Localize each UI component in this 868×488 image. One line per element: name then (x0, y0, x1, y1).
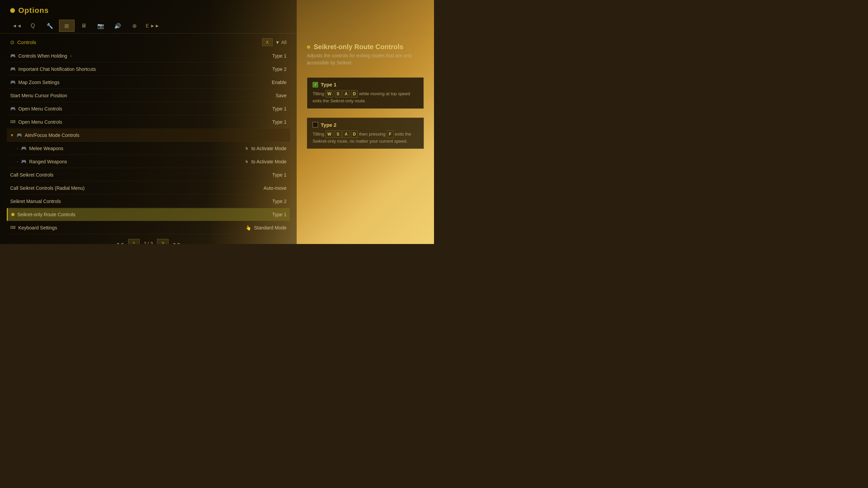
setting-value-call-seikret-radial: Auto-move (263, 185, 287, 191)
filter-clear-button[interactable]: X (262, 38, 273, 46)
setting-aim-focus-section[interactable]: ▼ 🎮 Aim/Focus Mode Controls (7, 129, 290, 142)
key-a2: A (342, 130, 350, 138)
gamepad-icon-4: 🎮 (10, 106, 16, 111)
page-current-text: 2 / 3 (144, 241, 153, 244)
tab-settings4-icon: 📷 (97, 23, 104, 29)
desc-subtitle: Adjusts the controls for exiting routes … (307, 52, 424, 66)
type2-card[interactable]: Type 2 Tilting W S A D then pressing F e… (307, 118, 424, 149)
setting-open-menu-2[interactable]: ⌨ Open Menu Controls Type 1 (7, 116, 290, 128)
setting-open-menu-1[interactable]: 🎮 Open Menu Controls Type 1 (7, 102, 290, 115)
tab-nav-next[interactable]: E ►► (144, 22, 162, 29)
key-w: W (326, 90, 333, 98)
tab-settings4[interactable]: 📷 (93, 20, 108, 32)
tab-bar: ◄◄ Q 🔧 ⊞ 🖥 📷 🔊 ⊕ E ►► (0, 18, 434, 34)
filter-label: All (281, 40, 287, 45)
gamepad-icon-2: 🎮 (10, 66, 16, 72)
setting-seikret-manual[interactable]: Seikret Manual Controls Type 2 (7, 195, 290, 208)
setting-value-melee: 🖱 to Activate Mode (245, 146, 287, 151)
setting-value-seikret-route: Type 1 (272, 212, 287, 217)
controls-label: ⊙ Controls (10, 39, 36, 45)
setting-value-chat: Type 2 (272, 66, 287, 72)
setting-melee-weapons[interactable]: ◦ 🎮 Melee Weapons 🖱 to Activate Mode (7, 142, 290, 155)
page-next-nav[interactable]: ►► (173, 241, 181, 244)
page-1-button[interactable]: 1 (128, 239, 140, 244)
type2-name: Type 2 (321, 122, 336, 128)
setting-value-ranged: 🖱 to Activate Mode (245, 159, 287, 164)
controls-icon: ⊙ (10, 39, 15, 45)
options-dot (10, 8, 15, 13)
setting-value-call-seikret: Type 1 (272, 172, 287, 178)
tab-nav-prev[interactable]: ◄◄ (10, 22, 24, 29)
setting-name-seikret-route: Seikret-only Route Controls (11, 212, 75, 217)
main-container: Options ◄◄ Q 🔧 ⊞ 🖥 📷 🔊 ⊕ E ►► (0, 0, 434, 244)
key-s2: S (335, 130, 341, 138)
desc-title: Seikret-only Route Controls (307, 43, 424, 51)
setting-value-keyboard: 👆 Standard Mode (245, 225, 287, 230)
setting-call-seikret-radial[interactable]: Call Seikret Controls (Radial Menu) Auto… (7, 182, 290, 195)
settings-list: 🎮 Controls When Holding ○ Type 1 🎮 Impor… (7, 49, 290, 234)
tab-controls[interactable]: ⊞ (59, 20, 75, 32)
type1-checkbox[interactable] (313, 82, 318, 87)
controls-header: ⊙ Controls X ▼ All (7, 36, 290, 48)
tab-audio-icon: 🔊 (114, 23, 121, 29)
setting-name-ranged: ◦ 🎮 Ranged Weapons (10, 159, 67, 164)
gamepad-icon-3: 🎮 (10, 80, 16, 85)
content-area: ⊙ Controls X ▼ All 🎮 Controls (0, 36, 434, 244)
key-w2: W (326, 130, 333, 138)
description-panel: Seikret-only Route Controls Adjusts the … (297, 36, 434, 244)
setting-name-keyboard: ⌨ Keyboard Settings (10, 225, 57, 230)
tab-target[interactable]: ⊕ (127, 20, 142, 32)
setting-controls-holding[interactable]: 🎮 Controls When Holding ○ Type 1 (7, 49, 290, 62)
gamepad-icon-7: 🎮 (21, 159, 26, 164)
setting-value-controls-holding: Type 1 (272, 53, 287, 59)
tab-controls-icon: ⊞ (64, 23, 69, 29)
filter-area: X ▼ All (262, 38, 287, 46)
filter-funnel-icon: ▼ (275, 40, 280, 45)
type2-checkbox[interactable] (313, 122, 318, 127)
ranged-sub-icon: 🖱 (245, 160, 249, 164)
setting-value-seikret-manual: Type 2 (272, 199, 287, 204)
setting-seikret-route[interactable]: Seikret-only Route Controls Type 1 (7, 208, 290, 221)
setting-name-controls-holding: 🎮 Controls When Holding ○ (10, 53, 72, 59)
setting-call-seikret[interactable]: Call Seikret Controls Type 1 (7, 168, 290, 181)
setting-name-seikret-manual: Seikret Manual Controls (10, 199, 61, 204)
pagination: ◄◄ 1 2 / 3 3 ►► (7, 234, 290, 244)
tab-wrench[interactable]: 🔧 (42, 20, 58, 32)
setting-value-start-menu: Save (276, 93, 287, 98)
type2-header: Type 2 (313, 122, 418, 128)
type1-name: Type 1 (321, 82, 336, 87)
gamepad-icon-1: 🎮 (10, 53, 16, 58)
setting-name-map-zoom: 🎮 Map Zoom Settings (10, 80, 59, 85)
key-d2: D (351, 130, 358, 138)
active-bullet (11, 213, 15, 216)
key-f: F (387, 130, 394, 138)
controls-text: Controls (17, 39, 36, 45)
options-title: Options (18, 6, 49, 15)
header: Options (0, 0, 434, 18)
holding-indicator: ○ (70, 54, 72, 58)
tab-q[interactable]: Q (25, 20, 41, 32)
setting-chat-shortcuts[interactable]: 🎮 Important Chat Notification Shortcuts … (7, 63, 290, 76)
setting-map-zoom[interactable]: 🎮 Map Zoom Settings Enable (7, 76, 290, 89)
type2-description: Tilting W S A D then pressing F exits th… (313, 130, 418, 145)
setting-start-menu-cursor[interactable]: Start Menu Cursor Position Save (7, 89, 290, 102)
tab-wrench-icon: 🔧 (46, 23, 53, 29)
page-prev-nav[interactable]: ◄◄ (115, 241, 124, 244)
key-d: D (351, 90, 358, 98)
setting-keyboard-settings[interactable]: ⌨ Keyboard Settings 👆 Standard Mode (7, 221, 290, 234)
desc-header: Seikret-only Route Controls Adjusts the … (307, 43, 424, 72)
type1-card[interactable]: Type 1 Tilting W S A D while moving at t… (307, 77, 424, 109)
cursor-hand-icon: 👆 (245, 225, 251, 230)
page-3-button[interactable]: 3 (157, 239, 169, 244)
keyboard-icon-2: ⌨ (10, 225, 16, 230)
setting-name-aim-focus: ▼ 🎮 Aim/Focus Mode Controls (10, 133, 79, 138)
tab-audio[interactable]: 🔊 (110, 20, 125, 32)
setting-name-call-seikret-radial: Call Seikret Controls (Radial Menu) (10, 185, 84, 191)
sub-bullet-ranged: ◦ (17, 160, 18, 164)
setting-name-chat: 🎮 Important Chat Notification Shortcuts (10, 66, 96, 72)
desc-title-dot (307, 45, 310, 49)
sub-bullet-melee: ◦ (17, 146, 18, 150)
tab-settings3[interactable]: 🖥 (76, 20, 92, 32)
setting-ranged-weapons[interactable]: ◦ 🎮 Ranged Weapons 🖱 to Activate Mode (7, 155, 290, 168)
setting-name-open-menu-1: 🎮 Open Menu Controls (10, 106, 62, 111)
